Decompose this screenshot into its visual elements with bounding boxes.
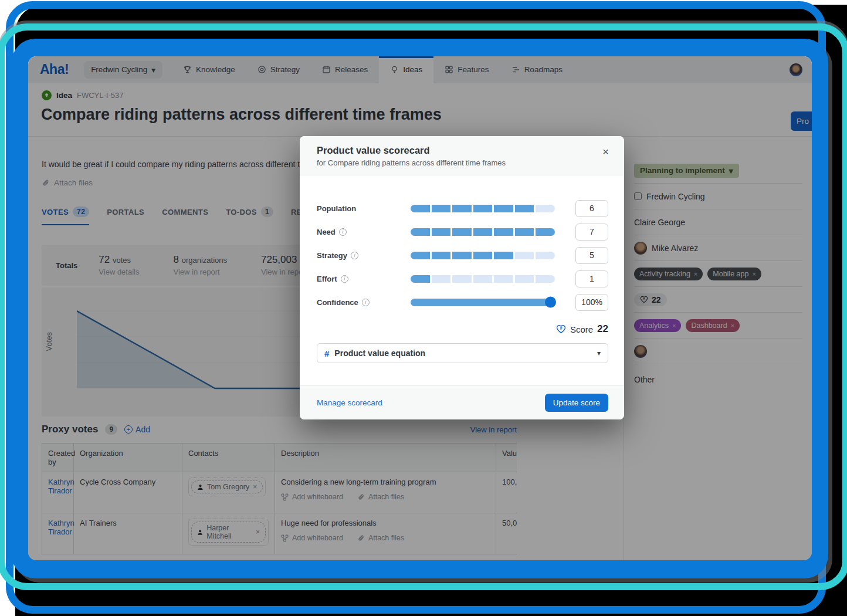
attach-files-button[interactable]: Attach files <box>357 534 404 542</box>
proxy-description[interactable]: Considering a new long-term training pro… <box>281 478 490 486</box>
tag-label: Analytics <box>639 321 669 330</box>
strategy-slider[interactable] <box>411 252 555 259</box>
proxy-view-in-report-link[interactable]: View in report <box>470 425 517 434</box>
manage-scorecard-link[interactable]: Manage scorecard <box>317 398 382 407</box>
remove-tag-icon[interactable]: × <box>731 322 734 329</box>
created-by-link[interactable]: Kathryn Tirador <box>48 478 74 495</box>
criterion-label: Confidence <box>317 298 358 307</box>
workspace-row[interactable]: Fredwin Cycling <box>634 184 802 209</box>
other-row[interactable]: Other <box>634 364 802 395</box>
promote-button[interactable]: Pro <box>791 111 812 131</box>
proxy-votes-header: Proxy votes 9 + Add View in report <box>42 424 517 435</box>
person-row[interactable]: Claire George <box>634 209 802 235</box>
attach-files-label: Attach files <box>368 534 404 542</box>
whiteboard-icon <box>281 493 289 501</box>
tag-chip[interactable]: Dashboard × <box>686 319 740 332</box>
tab-comments[interactable]: COMMENTS <box>162 208 208 225</box>
contact-chip[interactable]: Tom Gregory × <box>191 480 263 493</box>
assignee-row[interactable]: Mike Alvarez <box>634 235 802 261</box>
tab-portals[interactable]: PORTALS <box>107 208 144 225</box>
paperclip-icon <box>357 493 365 501</box>
remove-tag-icon[interactable]: × <box>752 270 755 277</box>
svg-text:#: # <box>560 326 563 331</box>
organization-cell[interactable]: Cycle Cross Company <box>74 472 182 513</box>
user-avatar[interactable] <box>790 63 802 76</box>
attach-files-label: Attach files <box>368 493 404 501</box>
categories-row: Analytics × Dashboard × <box>634 313 802 339</box>
aha-logo[interactable]: Aha! <box>40 62 69 77</box>
add-whiteboard-button[interactable]: Add whiteboard <box>281 534 343 542</box>
view-in-report-link[interactable]: View in report <box>173 268 227 276</box>
tag-chip[interactable]: Activity tracking × <box>634 268 703 280</box>
slider-handle[interactable] <box>545 297 556 308</box>
assignee-name: Mike Alvarez <box>652 243 698 253</box>
equation-select[interactable]: # Product value equation ▾ <box>317 343 608 363</box>
contacts-field[interactable]: Tom Gregory × <box>188 478 266 496</box>
value-cell[interactable]: 100,0 <box>496 472 517 513</box>
other-label: Other <box>634 375 655 384</box>
tab-todos[interactable]: TO-DOS 1 <box>226 207 273 225</box>
population-slider[interactable] <box>411 205 555 212</box>
attach-files-button[interactable]: Attach files <box>42 178 93 187</box>
stat-unit: organizations <box>182 256 227 265</box>
score-value: 22 <box>597 323 608 335</box>
effort-slider[interactable] <box>411 275 555 283</box>
nav-item-strategy[interactable]: Strategy <box>246 56 311 83</box>
status-dropdown[interactable]: Planning to implement ▾ <box>634 164 739 178</box>
plus-circle-icon: + <box>124 425 133 434</box>
created-by-link[interactable]: Kathryn Tirador <box>48 519 74 536</box>
tag-label: Mobile app <box>713 270 748 278</box>
nav-item-roadmaps[interactable]: Roadmaps <box>500 56 574 83</box>
marketing-frame-stage: Aha! Fredwin Cycling ▾ Knowledge Strateg… <box>0 0 847 616</box>
organization-cell[interactable]: AI Trainers <box>74 513 182 554</box>
chart-y-axis-label: Votes <box>45 332 53 351</box>
nav-item-ideas[interactable]: Ideas <box>379 56 433 83</box>
tab-label: TO-DOS <box>226 208 257 216</box>
need-slider[interactable] <box>411 228 555 236</box>
nav-item-releases[interactable]: Releases <box>311 56 379 83</box>
add-whiteboard-button[interactable]: Add whiteboard <box>281 493 343 501</box>
add-proxy-vote-button[interactable]: + Add <box>124 425 150 434</box>
paperclip-icon <box>357 534 365 542</box>
criterion-label: Population <box>317 204 356 213</box>
attach-files-button[interactable]: Attach files <box>357 493 404 501</box>
tag-chip[interactable]: Analytics × <box>634 319 681 332</box>
strategy-value-input[interactable]: 5 <box>575 247 608 264</box>
remove-contact-icon[interactable]: × <box>253 483 257 491</box>
remove-tag-icon[interactable]: × <box>672 322 676 329</box>
tag-chip[interactable]: Mobile app × <box>707 268 761 280</box>
value-cell[interactable]: 50,00 <box>496 513 517 554</box>
need-value-input[interactable]: 7 <box>575 224 608 241</box>
view-details-link[interactable]: View details <box>99 268 139 276</box>
nav-item-knowledge[interactable]: Knowledge <box>172 56 246 83</box>
modal-body: Population 6 Need i 7 Strategy i 5 Effor… <box>300 175 624 385</box>
modal-title: Product value scorecard <box>317 145 610 156</box>
nav-item-features[interactable]: Features <box>433 56 500 83</box>
trophy-icon <box>183 65 192 74</box>
close-icon[interactable]: × <box>599 145 612 158</box>
col-header-description: Description <box>275 444 496 472</box>
idea-description: It would be great if I could compare my … <box>42 160 323 169</box>
contact-name: Tom Gregory <box>207 483 249 491</box>
tab-label: COMMENTS <box>162 208 208 216</box>
remove-tag-icon[interactable]: × <box>694 270 697 277</box>
criterion-label: Effort <box>317 275 337 283</box>
proxy-description[interactable]: Huge need for professionals <box>281 519 490 527</box>
contact-name: Harper Mitchell <box>206 524 252 540</box>
effort-value-input[interactable]: 1 <box>575 270 608 287</box>
watcher-row[interactable] <box>634 339 802 364</box>
population-value-input[interactable]: 6 <box>575 200 608 217</box>
contacts-field[interactable]: Harper Mitchell × <box>188 519 269 546</box>
update-score-button[interactable]: Update score <box>545 394 608 412</box>
whiteboard-icon <box>281 534 289 542</box>
tab-label: VOTES <box>42 208 69 216</box>
score-chip[interactable]: # 22 <box>634 293 667 306</box>
confidence-value-input[interactable]: 100% <box>575 294 608 311</box>
remove-contact-icon[interactable]: × <box>256 528 260 536</box>
tab-votes[interactable]: VOTES 72 <box>42 207 89 225</box>
workspace-switcher[interactable]: Fredwin Cycling ▾ <box>84 61 162 79</box>
criterion-label: Need <box>317 228 336 236</box>
confidence-slider[interactable] <box>411 299 555 306</box>
lightbulb-icon <box>44 93 49 98</box>
contact-chip[interactable]: Harper Mitchell × <box>191 522 266 543</box>
